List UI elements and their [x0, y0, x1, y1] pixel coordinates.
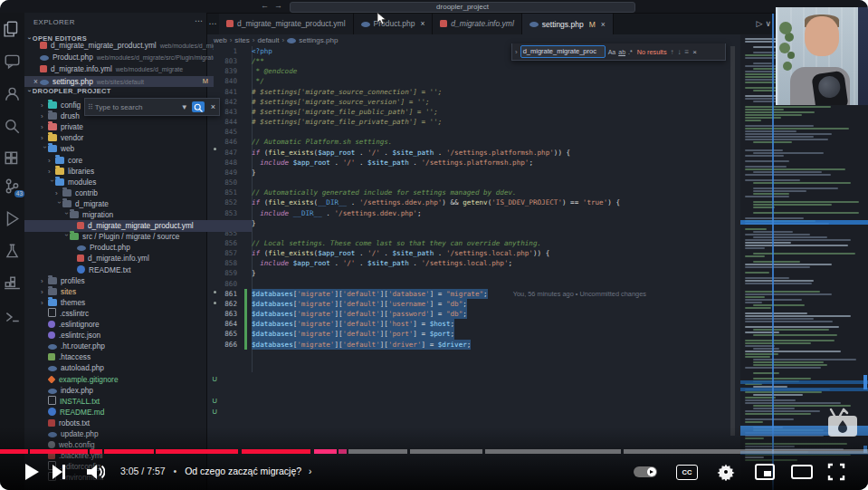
miniplayer-icon[interactable]: [755, 463, 775, 481]
code-line[interactable]: 844# $settings['migrate_file_private_pat…: [206, 117, 735, 127]
filter-icon[interactable]: ▼: [180, 103, 189, 111]
code-editor[interactable]: 1<?php803/**839 * @endcode840 */841# $se…: [206, 46, 735, 490]
tree-item[interactable]: ›d_migrate: [24, 198, 237, 210]
progress-played[interactable]: [242, 449, 310, 454]
code-line[interactable]: 860: [206, 279, 735, 289]
tree-item[interactable]: .eslintrc.json: [24, 330, 223, 341]
progress-remaining[interactable]: [624, 449, 868, 454]
next-icon[interactable]: [52, 463, 66, 481]
breadcrumb-item[interactable]: sites: [234, 36, 249, 44]
tree-item[interactable]: .eslintignore: [24, 319, 223, 331]
explorer-more-icon[interactable]: ⋯: [195, 16, 203, 25]
regex-icon[interactable]: .*: [628, 49, 633, 55]
testing-icon[interactable]: [4, 243, 21, 260]
code-line[interactable]: 839 * @endcode: [206, 66, 735, 76]
breadcrumb-item[interactable]: settings.php: [299, 36, 338, 44]
tab-Product.php[interactable]: Product.php×: [354, 13, 434, 34]
settings-gear-icon[interactable]: [717, 463, 735, 481]
tab-overflow-icon[interactable]: ⋯: [206, 13, 219, 34]
fullscreen-icon[interactable]: [827, 463, 845, 481]
code-line[interactable]: 861$databases['migrate']['default']['dat…: [206, 289, 735, 299]
progress-played[interactable]: [0, 449, 28, 454]
tree-item[interactable]: ›web: [24, 143, 223, 155]
tree-item[interactable]: .ht.router.php: [24, 341, 223, 352]
code-line[interactable]: 841# $settings['migrate_source_connectio…: [206, 87, 735, 97]
find-in-selection-icon[interactable]: ≡: [685, 48, 690, 56]
code-line[interactable]: 854}: [206, 218, 735, 228]
code-line[interactable]: 847if (file_exists($app_root . '/' . $si…: [206, 148, 735, 158]
code-line[interactable]: 862$databases['migrate']['default']['use…: [206, 299, 735, 309]
code-line[interactable]: 858 include $app_root . '/' . $site_path…: [206, 258, 735, 268]
breadcrumb-item[interactable]: web: [214, 36, 227, 44]
explorer-icon[interactable]: [4, 20, 21, 37]
progress-remaining[interactable]: [485, 449, 621, 454]
volume-icon[interactable]: [85, 463, 105, 481]
tree-item[interactable]: ›src / Plugin / migrate / source: [24, 231, 244, 243]
find-prev-icon[interactable]: ↑: [671, 48, 674, 56]
breadcrumb-item[interactable]: default: [257, 36, 279, 44]
code-line[interactable]: 863$databases['migrate']['default']['pas…: [206, 309, 735, 319]
remote-icon[interactable]: [4, 308, 21, 325]
tree-item[interactable]: ›libraries: [24, 166, 230, 178]
code-line[interactable]: 845: [206, 127, 735, 137]
chapter-title[interactable]: Od czego zacząć migrację?: [185, 466, 301, 476]
tab-d_migrate.info.yml[interactable]: d_migrate.info.yml: [433, 13, 521, 34]
tree-item[interactable]: ›private: [24, 121, 223, 133]
extensions-icon[interactable]: [4, 150, 21, 168]
progress-played[interactable]: [90, 449, 102, 454]
source-control-icon[interactable]: 43: [4, 178, 21, 195]
tree-item[interactable]: ›vendor: [24, 132, 223, 144]
whole-word-icon[interactable]: ab: [618, 49, 625, 55]
tree-item[interactable]: ›migration: [24, 209, 244, 221]
run-debug-icon[interactable]: [4, 210, 21, 227]
close-icon[interactable]: ×: [420, 19, 424, 28]
close-icon[interactable]: ×: [692, 48, 700, 56]
tab-d_migrate_migrate_product.yml[interactable]: d_migrate_migrate_product.yml: [219, 13, 354, 34]
code-line[interactable]: 852if (file_exists(__DIR__ . '/settings.…: [206, 197, 735, 207]
progress-played[interactable]: [30, 449, 88, 454]
play-icon[interactable]: [24, 463, 40, 481]
tree-item[interactable]: README.txt: [24, 264, 252, 276]
tree-item[interactable]: ›themes: [24, 297, 223, 309]
tree-item[interactable]: example.gitignoreU: [24, 374, 223, 386]
chapter-chevron-icon[interactable]: ›: [309, 466, 311, 476]
tree-item[interactable]: ›contrib: [24, 187, 237, 199]
tree-item[interactable]: INSTALL.txtU: [24, 396, 223, 408]
project-header[interactable]: ›DROOPLER_PROJECT: [28, 87, 111, 95]
search-mode-button[interactable]: [192, 101, 205, 112]
tree-item[interactable]: ›modules: [24, 177, 230, 188]
progress-remaining[interactable]: [410, 449, 482, 454]
code-line[interactable]: 864$databases['migrate']['default']['hos…: [206, 319, 735, 329]
search-icon[interactable]: [4, 118, 21, 135]
progress-played[interactable]: [104, 449, 154, 454]
open-editor-item[interactable]: ×settings.phpweb/sites/defaultM: [24, 76, 214, 88]
tree-search-input[interactable]: Type to search: [95, 103, 180, 111]
code-line[interactable]: 865$databases['migrate']['default']['por…: [206, 329, 735, 339]
code-line[interactable]: 856// Local settings. These come last so…: [206, 238, 735, 248]
open-editor-item[interactable]: d_migrate.info.ymlweb/modules/d_migrate: [24, 63, 214, 75]
tree-item[interactable]: Product.php: [24, 242, 252, 254]
code-line[interactable]: 850: [206, 178, 735, 187]
code-line[interactable]: 866$databases['migrate']['default']['dri…: [206, 340, 735, 350]
code-line[interactable]: 853 include __DIR__ . '/settings.ddev.ph…: [206, 208, 735, 218]
tree-item[interactable]: ›profiles: [24, 275, 223, 287]
code-line[interactable]: 855: [206, 228, 735, 238]
theater-mode-icon[interactable]: [791, 464, 813, 480]
tree-item[interactable]: .csslintrc: [24, 308, 223, 320]
breadcrumb[interactable]: web›sites›default›settings.php: [214, 34, 338, 46]
progress-played[interactable]: [339, 449, 347, 454]
code-line[interactable]: 859}: [206, 268, 735, 278]
match-case-icon[interactable]: Aa: [608, 49, 616, 55]
find-input[interactable]: d_migrate_migrate_proc: [520, 45, 606, 58]
close-icon[interactable]: ×: [601, 20, 606, 29]
tree-item[interactable]: ›core: [24, 155, 230, 167]
progress-remaining[interactable]: [348, 449, 407, 454]
docker-icon[interactable]: [4, 275, 21, 293]
tree-item[interactable]: .htaccess: [24, 351, 223, 363]
open-editor-item[interactable]: d_migrate_migrate_product.ymlweb/modules…: [24, 40, 214, 52]
tree-item[interactable]: d_migrate_migrate_product.yml: [24, 220, 252, 232]
tree-item[interactable]: README.mdU: [24, 407, 223, 418]
tree-item[interactable]: index.php: [24, 385, 223, 397]
find-expand-icon[interactable]: ›: [512, 48, 520, 56]
minimap-sash[interactable]: [772, 13, 774, 490]
